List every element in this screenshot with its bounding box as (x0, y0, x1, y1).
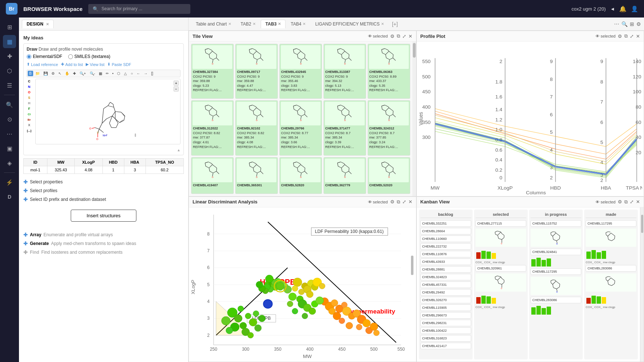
toolbar-zoom-out[interactable]: 🔍- (88, 71, 97, 76)
lda-close-icon[interactable]: ✕ (408, 199, 412, 205)
tab-tab3[interactable]: TAB3 ✕ (261, 20, 286, 28)
toolbar-triangle[interactable]: △ (123, 71, 128, 76)
tile-settings-icon[interactable]: ⚙ (390, 34, 395, 39)
kanban-item[interactable]: CHEMBL298231 (420, 320, 471, 326)
toolbar-settings[interactable]: ⚙ (50, 71, 56, 76)
radio-elemental-input[interactable] (27, 54, 31, 59)
molecule-canvas[interactable]: + − (35, 79, 181, 144)
tab3-close[interactable]: ✕ (278, 22, 281, 26)
bell-icon[interactable]: 🔔 (619, 5, 626, 12)
atom-Br[interactable]: Br (27, 117, 32, 122)
search-bar[interactable]: 🔍 Search for primary ... (88, 4, 190, 14)
sidebar-item-search[interactable]: 🔍 (3, 98, 16, 111)
generate-item[interactable]: ✚ Generate Apply med-chem transforms to … (23, 239, 184, 248)
toolbar-arrow-l[interactable]: ← (135, 71, 141, 76)
tab-add-btn[interactable]: [+] (389, 20, 401, 28)
kanban-item[interactable]: CHEMBL28664 (420, 228, 471, 234)
profile-copy-icon[interactable]: ⧉ (624, 33, 628, 39)
sidebar-item-lightning[interactable]: ⚡ (3, 176, 16, 189)
lda-copy-icon[interactable]: ⧉ (397, 199, 400, 205)
toolbar-arrow-r[interactable]: → (142, 71, 149, 76)
kanban-item[interactable]: CHEMBL296673 (420, 312, 471, 319)
lda-expand-icon[interactable]: ⤢ (402, 199, 406, 205)
kanban-item[interactable]: CHEMBL110660 (420, 236, 471, 242)
tab-tab4[interactable]: TAB4 ✕ (286, 20, 310, 28)
toolbar-grid[interactable]: ▦ (97, 71, 104, 76)
kanban-item[interactable]: CHEMBL43933 (420, 258, 471, 265)
expand-tab-icon[interactable]: ⊞ (630, 21, 634, 27)
tile-item[interactable]: O CHEMBL327384COX2 PIC50: 9mw: 359.88clo… (191, 44, 234, 99)
atom-Cl[interactable]: Cl (27, 112, 32, 117)
insert-structures-btn[interactable]: Insert structures (71, 210, 136, 222)
atom-C[interactable]: C (27, 79, 32, 84)
tile-item[interactable]: O CHEMBL06363COX2 PIC50: 8.89mw: 433.37c… (368, 44, 410, 99)
kanban-item[interactable]: CHEMBL283086 (586, 265, 636, 272)
sidebar-item-add[interactable]: ✚ (3, 50, 16, 63)
tile-item[interactable]: O CHEMBL52820 (279, 157, 322, 194)
sidebar-item-grid[interactable]: ▦ (3, 35, 16, 48)
kanban-item[interactable]: CHEMBL100422 (420, 327, 471, 334)
nav-icon[interactable]: ◄ (610, 6, 615, 12)
kanban-item[interactable]: CHEMBL222732 (420, 243, 471, 250)
toolbar-folder[interactable]: 📁 (34, 71, 41, 76)
design-tab-close[interactable]: ✕ (46, 22, 49, 26)
tile-item[interactable]: O CHEMBL313387COX2 PIC50: 9mw: 394.32clo… (323, 44, 366, 99)
tab4-close[interactable]: ✕ (303, 22, 306, 26)
toolbar-ring[interactable]: ⬡ (116, 71, 122, 76)
tab-table-chart-close[interactable]: ✕ (228, 22, 231, 26)
atom-H[interactable]: H (27, 101, 32, 106)
toolbar-plus[interactable]: ✚ (71, 71, 77, 76)
paste-sdf-btn[interactable]: ⬇ Paste SDF (107, 62, 131, 67)
zoom-out-btn[interactable]: − (174, 86, 179, 92)
array-item[interactable]: ✚ Array Enumerate and profile virtual ar… (23, 230, 184, 239)
toolbar-select[interactable]: B (28, 71, 33, 76)
atom-extra[interactable]: [...] (27, 128, 32, 133)
tile-item[interactable]: O CHEMBL92102COX2 PIC50: 8.82mw: 385.34c… (235, 100, 278, 155)
kanban-settings-icon[interactable]: ⚙ (618, 199, 622, 205)
sidebar-item-circle[interactable]: ⊙ (3, 113, 16, 126)
atom-O[interactable]: O (27, 90, 32, 95)
kanban-item[interactable]: CHEMBL28881 (420, 266, 471, 273)
kanban-item[interactable]: CHEMBL324823 (420, 274, 471, 280)
sidebar-item-menu[interactable]: ☰ (3, 79, 16, 92)
tab-ligand-close[interactable]: ✕ (381, 22, 384, 26)
zoom-in-btn[interactable]: + (174, 81, 179, 86)
kanban-item[interactable]: CHEMBL29492 (420, 289, 471, 296)
canvas-scroll[interactable]: ▲ (177, 148, 181, 152)
sidebar-item-box[interactable]: ▣ (3, 142, 16, 155)
tile-item[interactable]: O CHEMBL09717COX2 PIC50: 9mw: 359.88clog… (235, 44, 278, 99)
tile-item[interactable]: O CHEMBL419407 (191, 157, 234, 194)
tile-item[interactable]: O CHEMBL29766COX2 PIC50: 8.77mw: 385.34c… (279, 100, 322, 155)
design-tab[interactable]: DESIGN ✕ (22, 20, 54, 28)
toolbar-bracket[interactable]: [] (150, 71, 155, 76)
toolbar-save[interactable]: 💾 (42, 71, 49, 76)
kanban-item[interactable]: CHEMBL283086 (531, 297, 581, 303)
tab-ligand[interactable]: LIGAND EFFICIENCY METRICS ✕ (311, 20, 388, 28)
tile-item[interactable]: O CHEMBL365301 (235, 157, 278, 194)
kanban-item[interactable]: CHEMBL421417 (420, 343, 471, 349)
tile-item[interactable]: O CHEMBL362779 (323, 157, 366, 194)
search-tab-icon[interactable]: 🔍 (621, 21, 628, 27)
sidebar-item-hex[interactable]: ⬡ (3, 64, 16, 77)
tile-copy-icon[interactable]: ⧉ (397, 33, 400, 39)
kanban-item[interactable]: CHEMBL115752 (531, 220, 581, 227)
sidebar-item-dots[interactable]: ⋯ (3, 127, 16, 140)
select-id-prefix-item[interactable]: ✚ Select ID prefix and destination datas… (23, 195, 184, 204)
tile-item[interactable]: O CHEMBL52020 (368, 157, 410, 194)
profile-settings-icon[interactable]: ⚙ (618, 34, 622, 39)
atom-S[interactable]: S (27, 95, 32, 100)
tile-close-icon[interactable]: ✕ (408, 34, 412, 39)
tile-item[interactable]: O CHEMBL324312COX2 PIC50: 8.7mw: 377.85c… (368, 100, 410, 155)
select-profiles-item[interactable]: ✚ Select profiles (23, 186, 184, 195)
kanban-item[interactable]: CHEMBL316823 (420, 335, 471, 342)
lda-settings-icon[interactable]: ⚙ (390, 199, 395, 205)
tile-item[interactable]: O CHEMBL371477COX2 PIC50: 8.7mw: 385.34c… (323, 100, 366, 155)
kanban-item[interactable]: CHEMBL332251 (420, 220, 471, 227)
atom-X[interactable]: X (27, 122, 32, 128)
kanban-scrollbar[interactable] (640, 207, 644, 362)
kanban-close-icon[interactable]: ✕ (636, 199, 640, 205)
add-to-list-btn[interactable]: ✚ Add to list (61, 62, 83, 67)
kanban-item[interactable]: CHEMBL324841 (531, 249, 581, 255)
tile-item[interactable]: O CHEMBL432945COX2 PIC50: 9mw: 355.46clo… (279, 44, 322, 99)
kanban-item[interactable]: CHEMBL117295 (531, 268, 581, 275)
